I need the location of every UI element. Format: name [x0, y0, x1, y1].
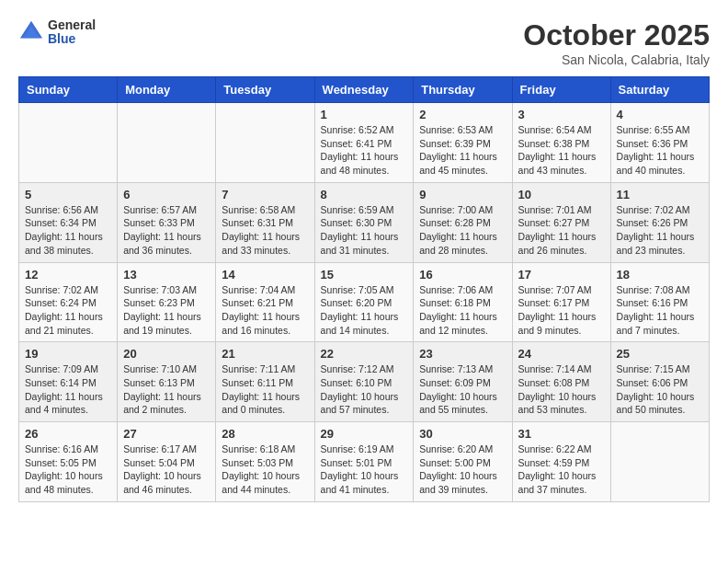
day-number: 29 — [321, 427, 408, 441]
day-number: 7 — [222, 188, 308, 201]
weekday-header-cell: Monday — [118, 77, 216, 103]
calendar-week-row: 12Sunrise: 7:02 AM Sunset: 6:24 PM Dayli… — [19, 262, 710, 342]
logo: General Blue — [18, 18, 96, 47]
calendar-day-cell: 7Sunrise: 6:58 AM Sunset: 6:31 PM Daylig… — [216, 182, 314, 262]
day-number: 19 — [25, 347, 111, 361]
calendar-day-cell: 15Sunrise: 7:05 AM Sunset: 6:20 PM Dayli… — [314, 262, 414, 342]
calendar-day-cell — [19, 103, 118, 183]
day-info: Sunrise: 7:08 AM Sunset: 6:16 PM Dayligh… — [617, 283, 703, 338]
day-info: Sunrise: 6:58 AM Sunset: 6:31 PM Dayligh… — [222, 203, 308, 258]
day-info: Sunrise: 7:09 AM Sunset: 6:14 PM Dayligh… — [25, 362, 111, 417]
day-number: 6 — [123, 188, 210, 201]
calendar-week-row: 1Sunrise: 6:52 AM Sunset: 6:41 PM Daylig… — [19, 103, 710, 183]
calendar-day-cell: 9Sunrise: 7:00 AM Sunset: 6:28 PM Daylig… — [414, 182, 512, 262]
day-number: 10 — [518, 188, 605, 201]
day-info: Sunrise: 7:05 AM Sunset: 6:20 PM Dayligh… — [321, 283, 408, 338]
calendar-day-cell — [610, 422, 709, 502]
day-number: 3 — [518, 108, 605, 121]
day-info: Sunrise: 7:01 AM Sunset: 6:27 PM Dayligh… — [518, 203, 605, 258]
calendar-day-cell: 16Sunrise: 7:06 AM Sunset: 6:18 PM Dayli… — [414, 262, 512, 342]
day-number: 8 — [321, 188, 408, 201]
day-number: 31 — [518, 427, 605, 441]
day-number: 17 — [518, 268, 605, 282]
weekday-header-cell: Sunday — [19, 77, 118, 103]
day-number: 18 — [617, 268, 703, 282]
day-info: Sunrise: 6:18 AM Sunset: 5:03 PM Dayligh… — [222, 442, 308, 497]
weekday-header-cell: Thursday — [414, 77, 512, 103]
day-info: Sunrise: 6:52 AM Sunset: 6:41 PM Dayligh… — [321, 123, 408, 178]
title-area: October 2025 San Nicola, Calabria, Italy — [523, 18, 710, 67]
logo-icon — [18, 19, 44, 45]
day-number: 15 — [321, 268, 408, 282]
day-number: 26 — [25, 427, 111, 441]
weekday-header-cell: Tuesday — [216, 77, 314, 103]
logo-general-text: General — [48, 18, 96, 32]
day-info: Sunrise: 7:10 AM Sunset: 6:13 PM Dayligh… — [123, 362, 210, 417]
calendar-day-cell: 10Sunrise: 7:01 AM Sunset: 6:27 PM Dayli… — [512, 182, 610, 262]
day-number: 11 — [617, 188, 703, 201]
day-info: Sunrise: 6:56 AM Sunset: 6:34 PM Dayligh… — [25, 203, 111, 258]
day-info: Sunrise: 7:04 AM Sunset: 6:21 PM Dayligh… — [222, 283, 308, 338]
day-info: Sunrise: 7:15 AM Sunset: 6:06 PM Dayligh… — [617, 362, 703, 417]
day-number: 16 — [419, 268, 506, 282]
calendar-day-cell — [118, 103, 216, 183]
calendar-day-cell: 18Sunrise: 7:08 AM Sunset: 6:16 PM Dayli… — [610, 262, 709, 342]
day-number: 21 — [222, 347, 308, 361]
day-info: Sunrise: 6:19 AM Sunset: 5:01 PM Dayligh… — [321, 442, 408, 497]
day-info: Sunrise: 7:03 AM Sunset: 6:23 PM Dayligh… — [123, 283, 210, 338]
calendar-day-cell: 17Sunrise: 7:07 AM Sunset: 6:17 PM Dayli… — [512, 262, 610, 342]
calendar-day-cell: 6Sunrise: 6:57 AM Sunset: 6:33 PM Daylig… — [118, 182, 216, 262]
calendar-day-cell: 24Sunrise: 7:14 AM Sunset: 6:08 PM Dayli… — [512, 342, 610, 422]
calendar-day-cell: 25Sunrise: 7:15 AM Sunset: 6:06 PM Dayli… — [610, 342, 709, 422]
day-info: Sunrise: 7:06 AM Sunset: 6:18 PM Dayligh… — [419, 283, 506, 338]
calendar-day-cell: 11Sunrise: 7:02 AM Sunset: 6:26 PM Dayli… — [610, 182, 709, 262]
day-number: 12 — [25, 268, 111, 282]
calendar-day-cell: 5Sunrise: 6:56 AM Sunset: 6:34 PM Daylig… — [19, 182, 118, 262]
day-number: 13 — [123, 268, 210, 282]
calendar-day-cell: 28Sunrise: 6:18 AM Sunset: 5:03 PM Dayli… — [216, 422, 314, 502]
calendar-week-row: 19Sunrise: 7:09 AM Sunset: 6:14 PM Dayli… — [19, 342, 710, 422]
day-number: 14 — [222, 268, 308, 282]
calendar-day-cell: 12Sunrise: 7:02 AM Sunset: 6:24 PM Dayli… — [19, 262, 118, 342]
day-number: 5 — [25, 188, 111, 201]
calendar-day-cell: 2Sunrise: 6:53 AM Sunset: 6:39 PM Daylig… — [414, 103, 512, 183]
day-number: 24 — [518, 347, 605, 361]
day-info: Sunrise: 6:53 AM Sunset: 6:39 PM Dayligh… — [419, 123, 506, 178]
day-info: Sunrise: 6:59 AM Sunset: 6:30 PM Dayligh… — [321, 203, 408, 258]
day-info: Sunrise: 6:55 AM Sunset: 6:36 PM Dayligh… — [617, 123, 703, 178]
weekday-header-cell: Saturday — [610, 77, 709, 103]
day-info: Sunrise: 7:12 AM Sunset: 6:10 PM Dayligh… — [321, 362, 408, 417]
calendar-day-cell: 4Sunrise: 6:55 AM Sunset: 6:36 PM Daylig… — [610, 103, 709, 183]
day-info: Sunrise: 6:17 AM Sunset: 5:04 PM Dayligh… — [123, 442, 210, 497]
calendar-day-cell: 19Sunrise: 7:09 AM Sunset: 6:14 PM Dayli… — [19, 342, 118, 422]
weekday-header-cell: Wednesday — [314, 77, 414, 103]
calendar-day-cell: 27Sunrise: 6:17 AM Sunset: 5:04 PM Dayli… — [118, 422, 216, 502]
calendar-day-cell: 1Sunrise: 6:52 AM Sunset: 6:41 PM Daylig… — [314, 103, 414, 183]
day-number: 23 — [419, 347, 506, 361]
header: General Blue October 2025 San Nicola, Ca… — [18, 18, 710, 67]
day-info: Sunrise: 6:20 AM Sunset: 5:00 PM Dayligh… — [419, 442, 506, 497]
day-number: 2 — [419, 108, 506, 121]
day-number: 20 — [123, 347, 210, 361]
day-number: 4 — [617, 108, 703, 121]
day-info: Sunrise: 7:13 AM Sunset: 6:09 PM Dayligh… — [419, 362, 506, 417]
day-number: 1 — [321, 108, 408, 121]
calendar-week-row: 26Sunrise: 6:16 AM Sunset: 5:05 PM Dayli… — [19, 422, 710, 502]
day-info: Sunrise: 6:22 AM Sunset: 4:59 PM Dayligh… — [518, 442, 605, 497]
day-info: Sunrise: 6:57 AM Sunset: 6:33 PM Dayligh… — [123, 203, 210, 258]
calendar-day-cell: 26Sunrise: 6:16 AM Sunset: 5:05 PM Dayli… — [19, 422, 118, 502]
calendar-day-cell: 22Sunrise: 7:12 AM Sunset: 6:10 PM Dayli… — [314, 342, 414, 422]
day-info: Sunrise: 7:00 AM Sunset: 6:28 PM Dayligh… — [419, 203, 506, 258]
day-info: Sunrise: 6:54 AM Sunset: 6:38 PM Dayligh… — [518, 123, 605, 178]
calendar-day-cell: 13Sunrise: 7:03 AM Sunset: 6:23 PM Dayli… — [118, 262, 216, 342]
day-number: 22 — [321, 347, 408, 361]
day-info: Sunrise: 6:16 AM Sunset: 5:05 PM Dayligh… — [25, 442, 111, 497]
day-info: Sunrise: 7:07 AM Sunset: 6:17 PM Dayligh… — [518, 283, 605, 338]
calendar-day-cell: 20Sunrise: 7:10 AM Sunset: 6:13 PM Dayli… — [118, 342, 216, 422]
calendar-day-cell: 14Sunrise: 7:04 AM Sunset: 6:21 PM Dayli… — [216, 262, 314, 342]
day-info: Sunrise: 7:14 AM Sunset: 6:08 PM Dayligh… — [518, 362, 605, 417]
calendar-day-cell: 31Sunrise: 6:22 AM Sunset: 4:59 PM Dayli… — [512, 422, 610, 502]
calendar-day-cell: 30Sunrise: 6:20 AM Sunset: 5:00 PM Dayli… — [414, 422, 512, 502]
weekday-header-cell: Friday — [512, 77, 610, 103]
calendar-day-cell: 8Sunrise: 6:59 AM Sunset: 6:30 PM Daylig… — [314, 182, 414, 262]
